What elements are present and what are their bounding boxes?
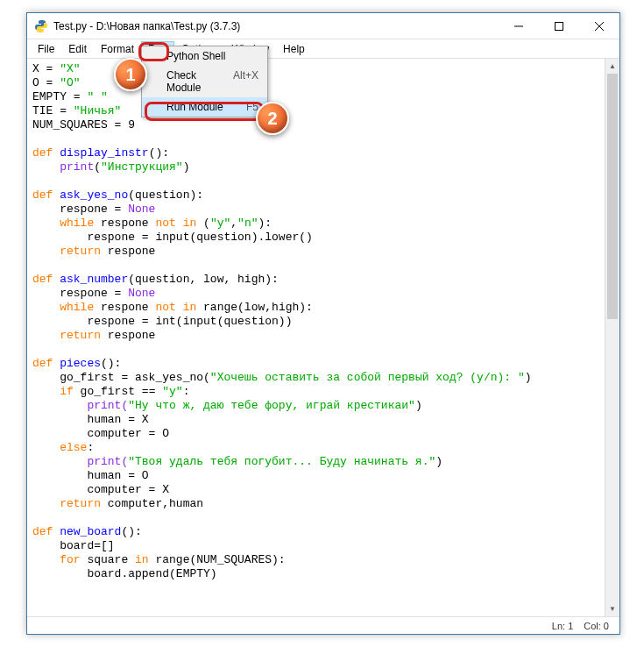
code-editor[interactable]: X = "X" O = "O" EMPTY = " " TIE = "Ничья… bbox=[27, 59, 605, 616]
menu-help[interactable]: Help bbox=[276, 41, 312, 57]
menu-format[interactable]: Format bbox=[94, 41, 141, 57]
menubar: File Edit Format Run Options Window Help bbox=[27, 39, 619, 59]
scroll-up-arrow[interactable]: ▲ bbox=[605, 59, 619, 74]
annotation-badge-2: 2 bbox=[256, 102, 289, 135]
annotation-badge-1: 1 bbox=[114, 58, 147, 91]
menu-python-shell[interactable]: Python Shell bbox=[142, 46, 267, 66]
close-button[interactable] bbox=[579, 13, 619, 39]
run-dropdown: Python Shell Check ModuleAlt+X Run Modul… bbox=[141, 46, 268, 117]
statusbar: Ln: 1 Col: 0 bbox=[27, 616, 619, 634]
maximize-button[interactable] bbox=[539, 13, 579, 39]
menu-run-module[interactable]: Run ModuleF5 bbox=[142, 97, 267, 117]
vertical-scrollbar[interactable]: ▲ ▼ bbox=[605, 59, 619, 616]
status-line: Ln: 1 bbox=[552, 621, 573, 631]
scroll-thumb[interactable] bbox=[607, 74, 618, 319]
scroll-down-arrow[interactable]: ▼ bbox=[605, 601, 619, 616]
menu-file[interactable]: File bbox=[31, 41, 61, 57]
scroll-track[interactable] bbox=[605, 74, 619, 601]
svg-rect-1 bbox=[556, 22, 563, 30]
python-icon bbox=[34, 19, 48, 33]
minimize-button[interactable] bbox=[499, 13, 539, 39]
menu-check-module[interactable]: Check ModuleAlt+X bbox=[142, 66, 267, 97]
menu-edit[interactable]: Edit bbox=[61, 41, 94, 57]
status-col: Col: 0 bbox=[584, 621, 609, 631]
window-title: Test.py - D:\Новая папка\Test.py (3.7.3) bbox=[53, 20, 499, 32]
app-window: Test.py - D:\Новая папка\Test.py (3.7.3)… bbox=[26, 12, 620, 635]
titlebar: Test.py - D:\Новая папка\Test.py (3.7.3) bbox=[27, 13, 619, 39]
editor-area: X = "X" O = "O" EMPTY = " " TIE = "Ничья… bbox=[27, 59, 619, 616]
window-controls bbox=[499, 13, 619, 39]
